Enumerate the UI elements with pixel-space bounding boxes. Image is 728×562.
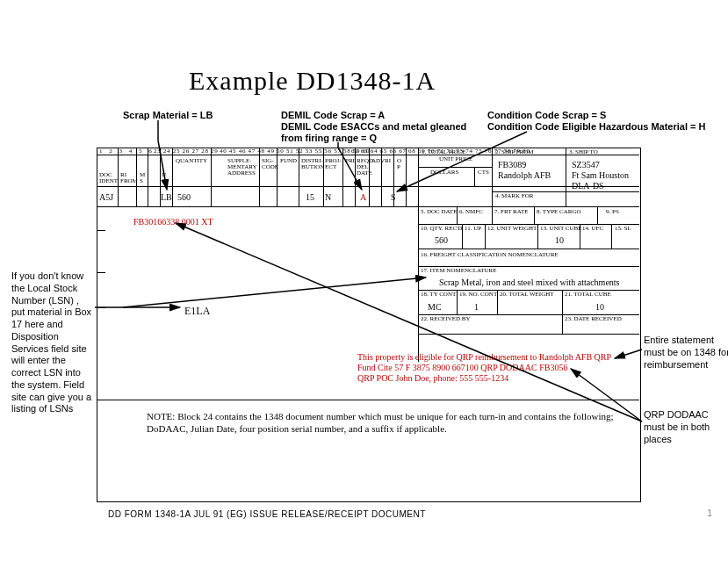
val-doc-ident: A5J	[99, 192, 113, 202]
hdr-mark-for: 4. MARK FOR	[495, 193, 533, 199]
form-footer: DD FORM 1348-1A JUL 91 (EG) ISSUE RELEAS…	[108, 509, 426, 519]
hdr-unit-price: UNIT PRICE	[439, 156, 472, 162]
val-demil: A	[360, 192, 366, 202]
hdr-dollars: DOLLARS	[430, 169, 458, 176]
hdr-unit-cube: 13. UNIT CUBE	[540, 226, 582, 232]
legend-demil-l3: from firing range = Q	[281, 133, 377, 143]
hdr-unit-weight: 12. UNIT WEIGHT	[487, 226, 537, 232]
hdr-nmfc: 6. NMFC	[459, 209, 483, 215]
hdr-frt-rate: 7. FRT RATE	[494, 209, 529, 215]
doc-number: FB30166338 0001 XT	[133, 217, 213, 227]
hdr-ms: M S	[140, 172, 145, 184]
hdr-qty-recd: 10. QTY. REC'D	[421, 226, 462, 232]
hdr-sl: 15. SL	[615, 226, 631, 232]
hdr-freight-class: 16. FREIGHT CLASSIFICATION NOMENCLATURE	[421, 252, 559, 258]
page-title: Example DD1348-1A	[189, 66, 436, 96]
legend-cond-l1: Condition Code Scrap = S	[487, 110, 606, 120]
page-number: 1	[707, 508, 712, 518]
val-sa2: N	[325, 192, 331, 202]
val-e1la: E1LA	[184, 305, 210, 318]
hdr-op: O P	[397, 158, 401, 170]
legend-demil-l2: DEMIL Code ESACCs and metal gleaned	[281, 121, 466, 132]
val-no-cont: 1	[474, 302, 479, 312]
hdr-type-cargo: 8. TYPE CARGO	[537, 209, 581, 215]
hdr-cts: CTS	[478, 169, 489, 176]
val-item-nom: Scrap Metal, iron and steel mixed with a…	[439, 277, 620, 287]
val-cond: S	[391, 192, 396, 202]
hdr-ui: U I	[162, 172, 166, 184]
hdr-supp-addr: SUPPLE- MENTARY ADDRESS	[227, 158, 257, 177]
val-ty-cont: MC	[428, 302, 442, 312]
val-ship-from-1: FB3089	[498, 160, 526, 169]
val-ship-to-2: Ft Sam Houston	[572, 170, 629, 180]
hdr-up: 11. UP	[465, 226, 481, 232]
val-ship-from-2: Randolph AFB	[498, 170, 551, 180]
hdr-ri: RI	[385, 158, 391, 164]
val-unit-cube: 10	[555, 235, 564, 245]
hdr-sig: SIG- CODE	[262, 158, 278, 170]
hdr-adv: ADV	[371, 158, 385, 164]
hdr-proj: PROJ- ECT	[325, 158, 342, 170]
hdr-date-received: 23. DATE RECEIVED	[565, 316, 622, 322]
hdr-ufc: 14. UFC	[582, 226, 603, 232]
hdr-ship-to: 3. SHIP TO	[569, 149, 598, 155]
legend-demil-l1: DEMIL Code Scrap = A	[281, 110, 385, 120]
qrp-line-2: Fund Cite 57 F 3875 8900 667100 QRP DODA…	[357, 363, 567, 372]
val-qty-recd: 560	[435, 235, 448, 245]
right-note-b: QRP DODAAC must be in both places	[644, 409, 728, 445]
val-sa1: 15	[306, 192, 314, 202]
hdr-doc-ident: DOC IDENT	[99, 172, 118, 184]
qrp-line-1: This property is eligible for QRP reimbu…	[357, 352, 611, 362]
hdr-total-price: 1. TOTAL PRICE	[422, 149, 465, 155]
legend-cond-l2: Condition Code Eligible Hazardous Materi…	[487, 121, 705, 132]
hdr-item-nom: 17. ITEM NOMENCLATURE	[421, 268, 497, 274]
hdr-doc-date: 5. DOC DATE	[421, 209, 457, 215]
hdr-ty-cont: 18. TY CONT	[421, 292, 456, 298]
val-qty: 560	[177, 192, 191, 202]
hdr-quantity: QUANTITY	[176, 158, 207, 164]
hdr-ri-from: RI FROM	[120, 172, 138, 184]
right-note-a: Entire statement must be on 1348 for rei…	[644, 335, 728, 371]
hdr-total-weight: 20. TOTAL WEIGHT	[500, 292, 554, 298]
val-total-cube: 10	[595, 302, 604, 312]
block-24-note: NOTE: Block 24 contains the 1348 documen…	[147, 410, 621, 436]
hdr-ship-from: 2. SHIP FROM	[495, 149, 534, 155]
col-numbers-c: 40 45 46 47 48 49 50 51 52 53 55 56 57 5…	[220, 148, 370, 155]
hdr-no-cont: 19. NO. CONT	[459, 292, 497, 298]
hdr-received-by: 22. RECEIVED BY	[421, 316, 471, 322]
hdr-fund: FUND	[280, 158, 297, 164]
val-ui: LB	[161, 192, 172, 202]
col-numbers-b: 23 24 25 26 27 28 29	[154, 148, 219, 155]
hdr-pri: PRI	[345, 158, 355, 164]
legend-scrap-material: Scrap Material = LB	[123, 110, 213, 120]
hdr-ps: 9. PS	[606, 209, 619, 215]
left-margin-note: If you don't know the Local Stock Number…	[11, 270, 95, 415]
hdr-total-cube: 21. TOTAL CUBE	[565, 292, 611, 298]
val-ship-to-1: SZ3547	[572, 160, 600, 169]
qrp-line-3: QRP POC John Doe, phone: 555 555-1234	[357, 373, 508, 383]
val-ship-to-3: DLA-DS	[572, 181, 604, 191]
hdr-distrib: DISTRI- BUTION	[301, 158, 324, 170]
